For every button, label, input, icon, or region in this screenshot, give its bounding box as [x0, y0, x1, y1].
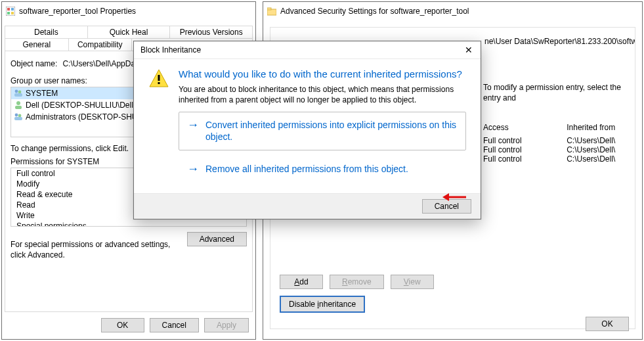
tab-previous-versions[interactable]: Previous Versions: [170, 26, 253, 38]
table-row[interactable]: Full controlC:\Users\Dell\: [483, 136, 626, 145]
group-icon: [14, 89, 23, 98]
command-remove-permissions[interactable]: → Remove all inherited permissions from …: [179, 156, 466, 178]
perm-name: Special permissions: [16, 221, 87, 227]
annotation-red-arrow: [442, 193, 466, 202]
tab-compatibility[interactable]: Compatibility: [69, 38, 133, 51]
dialog-title: Block Inheritance: [138, 45, 201, 55]
cancel-button[interactable]: Cancel: [150, 318, 199, 332]
svg-rect-14: [267, 8, 271, 10]
close-button[interactable]: ✕: [461, 45, 477, 55]
perm-name: Read: [16, 200, 35, 210]
svg-rect-4: [11, 12, 14, 14]
add-button[interactable]: Add: [280, 275, 323, 289]
view-button[interactable]: View: [391, 275, 434, 289]
window-icon: [6, 7, 15, 16]
disable-inheritance-button[interactable]: Disable inheritance: [280, 296, 365, 313]
group-icon: [14, 112, 23, 122]
tab-general[interactable]: General: [5, 38, 69, 51]
table-row[interactable]: Full controlC:\Users\Dell\: [483, 145, 626, 154]
svg-rect-7: [14, 93, 22, 97]
dialog-body-text: You are about to block inheritance to th…: [179, 85, 466, 105]
warning-icon: [148, 68, 169, 89]
block-inheritance-dialog: Block Inheritance ✕ What would you like …: [133, 41, 481, 219]
path-fragment: ne\User Data\SwReporter\81.233.200\softw…: [484, 37, 635, 46]
list-item-label: Dell (DESKTOP-SHULLIU\Dell): [26, 101, 136, 110]
tab-details[interactable]: Details: [5, 26, 88, 38]
advanced-button[interactable]: Advanced: [187, 232, 247, 246]
column-header-inherited[interactable]: Inherited from: [567, 123, 626, 136]
folder-icon: [267, 7, 276, 16]
svg-rect-3: [7, 12, 10, 14]
svg-point-11: [18, 114, 22, 118]
object-name-label: Object name:: [11, 59, 57, 68]
perm-row: Special permissions: [11, 221, 246, 227]
advanced-note: For special permissions or advanced sett…: [11, 232, 181, 260]
list-item-label: Administrators (DESKTOP-SHULL: [26, 112, 146, 122]
svg-rect-2: [11, 8, 14, 11]
dialog-titlebar[interactable]: Block Inheritance ✕: [134, 41, 481, 59]
perm-name: Write: [16, 211, 35, 220]
properties-title: software_reporter_tool Properties: [19, 7, 136, 16]
svg-point-8: [16, 101, 20, 105]
svg-rect-17: [158, 82, 160, 84]
cell-access: Full control: [483, 136, 567, 145]
command-convert-permissions[interactable]: → Convert inherited permissions into exp…: [179, 112, 466, 150]
column-header-access[interactable]: Access: [483, 123, 567, 136]
cell-inherited: C:\Users\Dell\: [567, 145, 626, 154]
apply-button[interactable]: Apply: [204, 318, 249, 332]
svg-point-10: [15, 114, 18, 117]
cell-inherited: C:\Users\Dell\: [567, 154, 626, 164]
svg-rect-16: [158, 75, 160, 81]
svg-point-5: [15, 90, 18, 93]
command-label: Remove all inherited permissions from th…: [205, 163, 408, 175]
advanced-titlebar[interactable]: Advanced Security Settings for software_…: [263, 2, 642, 20]
ok-button[interactable]: OK: [101, 318, 144, 332]
object-name-value: C:\Users\Dell\AppData: [62, 59, 142, 68]
properties-titlebar[interactable]: software_reporter_tool Properties: [2, 2, 255, 20]
tab-quick-heal[interactable]: Quick Heal: [88, 26, 171, 38]
user-icon: [14, 101, 23, 110]
svg-rect-12: [14, 117, 22, 120]
ok-button[interactable]: OK: [586, 317, 629, 331]
cell-access: Full control: [483, 145, 567, 154]
list-item-label: SYSTEM: [26, 89, 58, 98]
dialog-question: What would you like to do with the curre…: [179, 68, 466, 80]
command-label: Convert inherited permissions into expli…: [205, 119, 458, 143]
svg-marker-19: [442, 193, 449, 201]
arrow-right-icon: →: [187, 119, 199, 131]
svg-point-6: [18, 91, 22, 94]
advanced-title: Advanced Security Settings for software_…: [280, 7, 469, 16]
svg-rect-1: [7, 8, 10, 11]
perm-name: Read & execute: [16, 190, 72, 199]
perm-name: Modify: [16, 179, 39, 189]
svg-rect-9: [15, 106, 22, 109]
remove-button[interactable]: Remove: [330, 275, 384, 289]
arrow-right-icon: →: [187, 163, 199, 175]
perm-name: Full control: [16, 169, 55, 178]
cell-access: Full control: [483, 154, 567, 164]
cell-inherited: C:\Users\Dell\: [567, 136, 626, 145]
table-row[interactable]: Full controlC:\Users\Dell\: [483, 154, 626, 164]
